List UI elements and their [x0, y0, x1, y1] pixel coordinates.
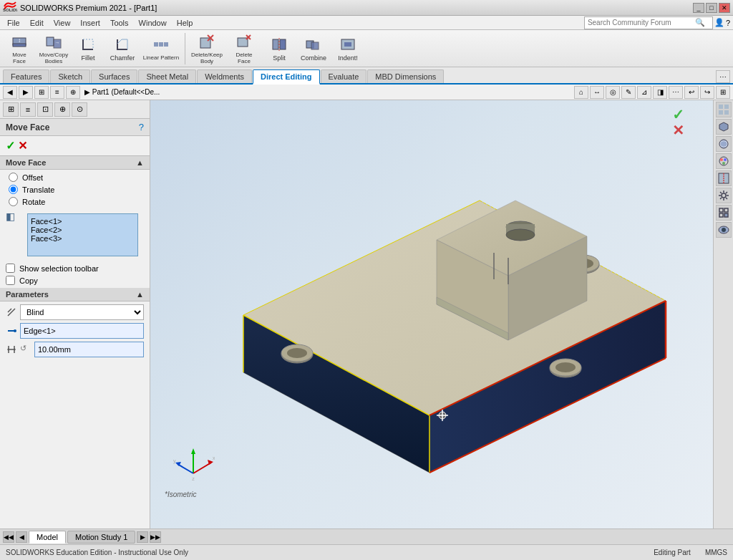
minimize-button[interactable]: _	[693, 3, 704, 13]
window-layout-button[interactable]: ⊞	[716, 86, 730, 99]
accept-button[interactable]: ✓	[6, 139, 15, 153]
move-face-tool[interactable]: ↕ MoveFace	[3, 32, 36, 65]
tab-motion-study-1[interactable]: Motion Study 1	[67, 531, 135, 544]
menu-edit[interactable]: Edit	[26, 17, 48, 29]
copy-checkbox[interactable]	[6, 276, 15, 285]
tab-mbd-dimensions[interactable]: MBD Dimensions	[367, 69, 444, 83]
show-selection-toolbar-option[interactable]: Show selection toolbar	[6, 264, 144, 273]
parameters-section-label: Parameters	[6, 290, 49, 299]
tab-evaluate[interactable]: Evaluate	[321, 69, 367, 83]
back-button[interactable]: ◀	[3, 86, 17, 99]
tab-direct-editing[interactable]: Direct Editing	[253, 69, 320, 85]
close-button[interactable]: ✕	[719, 3, 730, 13]
tab-sketch[interactable]: Sketch	[50, 69, 90, 83]
search-input[interactable]	[588, 19, 695, 26]
redo-button[interactable]: ↪	[700, 86, 714, 99]
svg-rect-8	[159, 42, 163, 47]
tab-model[interactable]: Model	[29, 531, 66, 544]
zoom-button[interactable]: ⊕	[66, 86, 80, 99]
3d-model	[186, 115, 702, 516]
view-more-button[interactable]: ⋯	[669, 86, 683, 99]
end-condition-icon	[6, 306, 17, 318]
undo-button[interactable]: ↩	[684, 86, 699, 99]
offset-radio[interactable]	[9, 173, 18, 182]
menu-tools[interactable]: Tools	[106, 17, 133, 29]
linear-pattern-tool[interactable]: Linear Pattern	[140, 32, 182, 65]
panel-help-icon[interactable]: ?	[139, 122, 144, 132]
tab-weldments[interactable]: Weldments	[197, 69, 252, 83]
section-view-button[interactable]: ⊿	[637, 86, 651, 99]
svg-text:z: z	[192, 476, 195, 481]
tab-scroll-right-end[interactable]: ▶▶	[150, 531, 161, 543]
view-3d-button[interactable]	[716, 119, 732, 135]
tab-scroll-left[interactable]: ◀	[16, 531, 27, 543]
view-display-button[interactable]: ◎	[606, 86, 620, 99]
face-item-1: Face<1>	[31, 217, 135, 226]
tab-surfaces[interactable]: Surfaces	[91, 69, 137, 83]
tab-scroll-left-start[interactable]: ◀◀	[3, 531, 14, 543]
realview-button[interactable]	[716, 222, 732, 238]
sketch-display-button[interactable]: ✎	[621, 86, 636, 99]
tab-sheet-metal[interactable]: Sheet Metal	[138, 69, 196, 83]
translate-radio[interactable]	[9, 185, 18, 194]
menu-file[interactable]: File	[3, 17, 24, 29]
move-copy-bodies-tool[interactable]: → Move/CopyBodies	[37, 32, 70, 65]
delete-keep-body-tool[interactable]: Delete/KeepBody	[188, 32, 225, 65]
parameters-section-header[interactable]: Parameters ▲	[0, 288, 150, 301]
edge-input[interactable]	[20, 323, 144, 339]
indent-tool[interactable]: Indent!	[331, 32, 364, 65]
chamfer-tool[interactable]: Chamfer	[106, 32, 139, 65]
display-style-button[interactable]	[716, 136, 732, 152]
collapse-icon: ▲	[136, 158, 144, 167]
translate-option[interactable]: Translate	[9, 185, 141, 194]
move-face-section-header[interactable]: Move Face ▲	[0, 156, 150, 170]
camera-button[interactable]: ◨	[653, 86, 667, 99]
combine-tool[interactable]: Combine	[297, 32, 330, 65]
section-view-rt-button[interactable]	[716, 170, 732, 186]
cancel-button[interactable]: ✕	[18, 139, 27, 153]
tree-button[interactable]: ≡	[50, 86, 64, 99]
tab-features[interactable]: Features	[3, 69, 49, 83]
fillet-tool[interactable]: Fillet	[72, 32, 105, 65]
copy-option[interactable]: Copy	[6, 276, 144, 285]
view-orient-button[interactable]: ↔	[590, 86, 604, 99]
show-selection-toolbar-checkbox[interactable]	[6, 264, 15, 273]
end-condition-select[interactable]: Blind Up To Vertex Up To Surface	[20, 304, 144, 320]
svg-text:SOLIDWORKS: SOLIDWORKS	[3, 8, 17, 12]
account-icon[interactable]: 👤	[714, 18, 724, 27]
home-view-button[interactable]: ⌂	[574, 86, 588, 99]
main-toolbar: ↕ MoveFace → Move/CopyBodies Fillet Cham…	[0, 30, 733, 67]
forward-button[interactable]: ▶	[19, 86, 33, 99]
maximize-button[interactable]: □	[706, 3, 717, 13]
grid-view-button[interactable]: ⊞	[34, 86, 49, 99]
menu-help[interactable]: Help	[173, 17, 198, 29]
offset-option[interactable]: Offset	[9, 173, 141, 182]
panel-btn-3[interactable]: ⊡	[37, 102, 53, 117]
rotate-option[interactable]: Rotate	[9, 197, 141, 206]
linear-pattern-icon	[152, 36, 170, 53]
panel-btn-1[interactable]: ⊞	[3, 102, 19, 117]
help-icon[interactable]: ?	[726, 19, 730, 27]
snap-button[interactable]	[716, 205, 732, 221]
edge-icon	[6, 325, 17, 337]
distance-input[interactable]	[34, 342, 144, 357]
parameters-section: Blind Up To Vertex Up To Surface ↺	[0, 301, 150, 363]
svg-point-23	[14, 329, 16, 332]
face-list[interactable]: Face<1> Face<2> Face<3>	[27, 213, 138, 256]
split-tool[interactable]: Split	[263, 32, 296, 65]
view-settings-button[interactable]	[716, 188, 732, 203]
rotate-radio[interactable]	[9, 197, 18, 206]
viewport[interactable]: ✓ ✕	[150, 100, 713, 528]
menu-insert[interactable]: Insert	[76, 17, 105, 29]
appearance-button[interactable]	[716, 153, 732, 169]
tab-scroll-right[interactable]: ▶	[137, 531, 148, 543]
panel-btn-2[interactable]: ≡	[20, 102, 36, 117]
panel-btn-5[interactable]: ⊙	[72, 102, 87, 117]
search-community[interactable]: 🔍	[584, 16, 713, 29]
menu-window[interactable]: Window	[135, 17, 171, 29]
menu-view[interactable]: View	[49, 17, 75, 29]
delete-face-tool[interactable]: DeleteFace	[227, 32, 261, 65]
panel-btn-4[interactable]: ⊕	[54, 102, 70, 117]
tab-options-button[interactable]: ⋯	[716, 70, 730, 83]
view-palette-button[interactable]	[716, 102, 732, 117]
